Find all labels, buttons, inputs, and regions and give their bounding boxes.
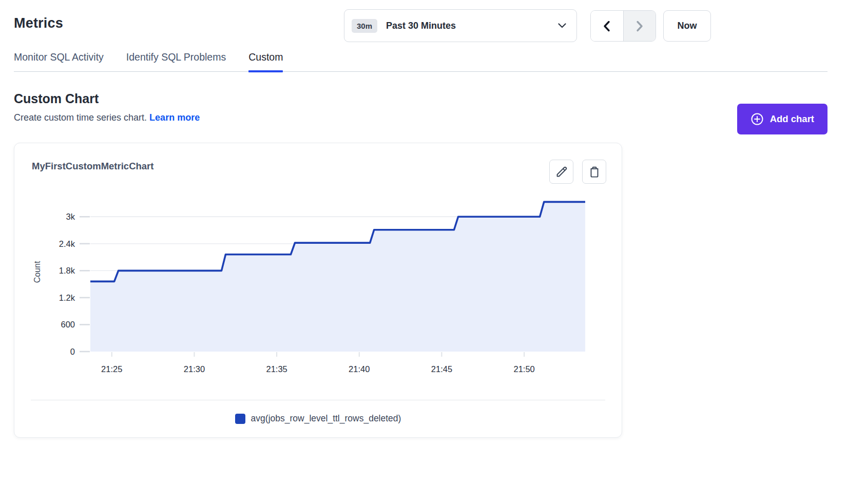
svg-text:21:25: 21:25 [101,364,122,374]
legend-swatch [235,414,245,424]
svg-text:2.4k: 2.4k [59,239,75,248]
chevron-left-icon [602,21,611,32]
metrics-page: Metrics 30m Past 30 Minutes Now Monito [14,0,827,438]
delete-chart-button[interactable] [582,160,606,184]
svg-text:21:30: 21:30 [184,364,205,374]
time-range-select[interactable]: 30m Past 30 Minutes [344,9,577,42]
chart-title: MyFirstCustomMetricChart [32,161,622,172]
next-time-button[interactable] [623,11,656,41]
tab-identify-sql-problems[interactable]: Identify SQL Problems [126,51,226,71]
chart-area: 06001.2k1.8k2.4k3k21:2521:3021:3521:4021… [33,183,622,378]
chevron-down-icon [558,23,566,28]
time-range-badge: 30m [352,19,377,33]
time-range-label: Past 30 Minutes [386,21,558,31]
page-title: Metrics [14,15,63,31]
pencil-icon [555,165,568,179]
prev-time-button[interactable] [591,11,623,41]
chevron-right-icon [635,21,644,32]
time-nav-group [590,10,656,42]
page-head: Custom Chart Create custom time series c… [14,91,827,123]
now-button[interactable]: Now [663,10,711,42]
svg-text:600: 600 [61,320,75,329]
svg-text:21:50: 21:50 [513,364,534,374]
svg-text:1.2k: 1.2k [59,293,75,302]
trash-icon [588,165,601,179]
add-chart-label: Add chart [770,113,814,125]
svg-text:21:45: 21:45 [431,364,452,374]
learn-more-link[interactable]: Learn more [149,112,200,123]
svg-text:21:40: 21:40 [349,364,370,374]
legend-divider [31,400,605,400]
chart-legend: avg(jobs_row_level_ttl_rows_deleted) [14,413,622,424]
subtitle-text: Create custom time series chart. [14,112,147,123]
edit-chart-button[interactable] [549,160,573,184]
plus-circle-icon [750,112,764,126]
top-bar: Metrics 30m Past 30 Minutes Now [14,0,827,51]
chart-actions [549,160,606,184]
svg-text:0: 0 [70,347,75,356]
add-chart-button[interactable]: Add chart [737,104,827,134]
svg-text:21:35: 21:35 [266,364,287,374]
section-subtitle: Create custom time series chart. Learn m… [14,112,827,123]
svg-text:3k: 3k [66,212,75,221]
legend-label: avg(jobs_row_level_ttl_rows_deleted) [251,413,401,424]
custom-chart-card: MyFirstCustomMetricChart [14,143,622,438]
svg-text:1.8k: 1.8k [59,266,75,275]
custom-chart-svg: 06001.2k1.8k2.4k3k21:2521:3021:3521:4021… [33,183,601,376]
tab-monitor-sql-activity[interactable]: Monitor SQL Activity [14,51,104,71]
tab-bar: Monitor SQL Activity Identify SQL Proble… [14,51,827,72]
section-title: Custom Chart [14,91,827,106]
svg-text:Count: Count [33,261,42,283]
tab-custom[interactable]: Custom [248,51,283,71]
